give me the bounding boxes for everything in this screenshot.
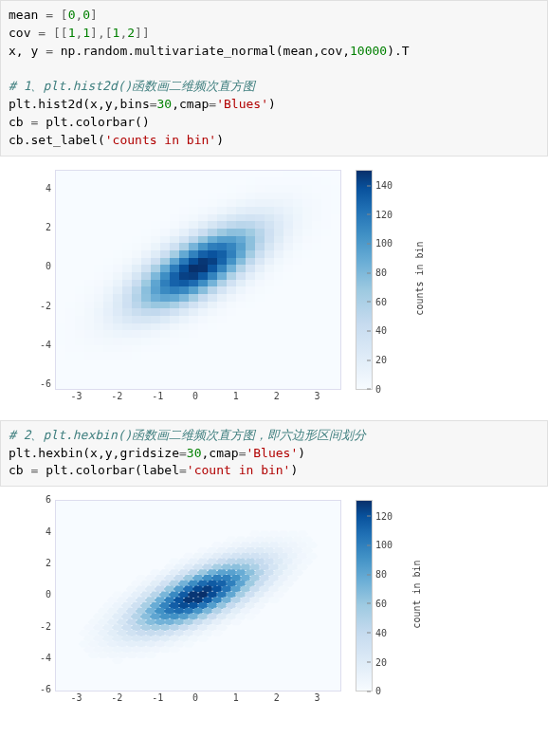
colorbar-label: count in bin <box>411 561 422 629</box>
x-tick: 1 <box>233 692 239 703</box>
colorbar-gradient <box>356 171 372 389</box>
x-tick: -3 <box>70 692 82 703</box>
x-tick: 1 <box>233 391 239 401</box>
y-tick: -2 <box>28 301 51 311</box>
x-tick: 3 <box>315 391 320 401</box>
colorbar-tick: 60 <box>372 598 387 608</box>
x-tick: 0 <box>192 692 198 703</box>
colorbar-tick: 80 <box>372 569 387 580</box>
x-tick: 0 <box>192 391 198 401</box>
figure-hexbin: -3-2-10123 -6-4-20246 020406080100120 co… <box>24 494 422 712</box>
colorbar-label: counts in bin <box>414 241 425 315</box>
y-tick: 2 <box>28 558 51 568</box>
colorbar-tick: 20 <box>372 355 387 365</box>
colorbar-tick: 40 <box>372 325 387 336</box>
y-tick: 6 <box>28 494 51 505</box>
colorbar-tick: 140 <box>372 180 393 191</box>
x-tick: -2 <box>111 692 122 703</box>
y-tick: 0 <box>28 589 51 599</box>
plot-area <box>55 170 341 390</box>
colorbar: 020406080100120 <box>356 500 373 691</box>
hexbin-field <box>56 501 340 691</box>
figure-1-wrap: -3-2-10123 -6-4-2024 020406080100120140 … <box>0 164 548 420</box>
x-tick: -1 <box>152 391 163 401</box>
x-tick: 2 <box>274 692 280 703</box>
y-tick: -6 <box>28 684 51 694</box>
colorbar-tick: 20 <box>372 656 387 667</box>
hist2d-grid <box>56 171 340 389</box>
y-tick: -4 <box>28 653 51 663</box>
figure-hist2d: -3-2-10123 -6-4-2024 020406080100120140 … <box>24 164 422 409</box>
y-tick: -4 <box>28 340 51 350</box>
colorbar-tick: 120 <box>372 510 393 521</box>
x-tick: 2 <box>274 391 280 401</box>
x-tick: -3 <box>70 391 82 401</box>
colorbar-tick: 100 <box>372 540 393 550</box>
x-tick: -1 <box>152 692 163 703</box>
colorbar-tick: 80 <box>372 267 387 278</box>
y-tick: 0 <box>28 261 51 271</box>
y-tick: -2 <box>28 621 51 632</box>
colorbar-tick: 120 <box>372 209 393 219</box>
code-cell-1: mean = [0,0] cov = [[1,1],[1,2]] x, y = … <box>0 0 548 157</box>
y-tick: 4 <box>28 526 51 537</box>
colorbar: 020406080100120140 <box>356 170 373 390</box>
plot-area <box>55 500 341 691</box>
y-tick: 4 <box>28 183 51 194</box>
x-tick: 3 <box>315 692 320 703</box>
figure-2-wrap: -3-2-10123 -6-4-20246 020406080100120 co… <box>0 494 548 724</box>
y-tick: -6 <box>28 378 51 389</box>
code-cell-2: # 2、plt.hexbin()函数画二维频次直方图，即六边形区间划分 plt.… <box>0 420 548 488</box>
x-tick: -2 <box>111 391 122 401</box>
colorbar-tick: 0 <box>372 686 381 696</box>
colorbar-tick: 0 <box>372 383 381 394</box>
colorbar-tick: 40 <box>372 627 387 637</box>
y-tick: 2 <box>28 222 51 232</box>
colorbar-tick: 100 <box>372 238 393 249</box>
colorbar-tick: 60 <box>372 296 387 306</box>
